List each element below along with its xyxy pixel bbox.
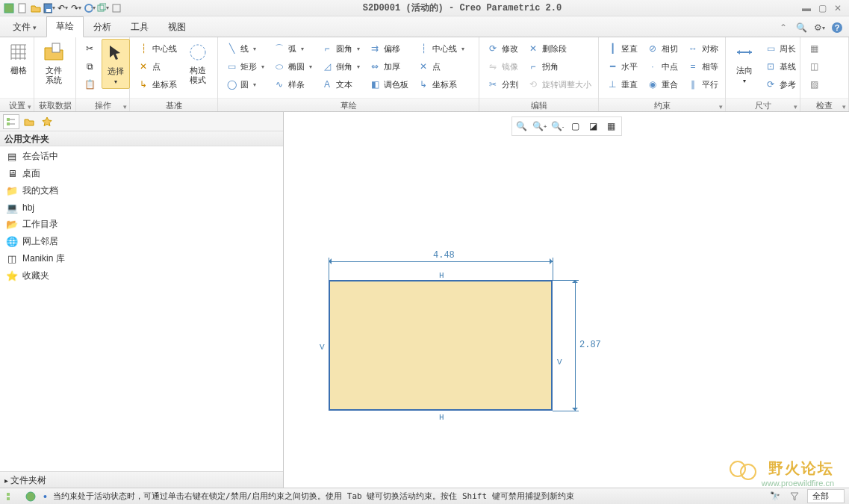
chamfer-button[interactable]: ◿倒角▾ [318,58,363,75]
line-button[interactable]: ╲线▾ [223,40,267,57]
sidebar-item-in-session[interactable]: ▤在会话中 [0,148,283,165]
sidebar-item-my-docs[interactable]: 📁我的文档 [0,182,283,199]
sidebar-item-working-dir[interactable]: 📂工作目录 [0,216,283,233]
point2-button[interactable]: ✕点 [414,58,467,75]
baseline-button[interactable]: ⊡基线 [762,58,799,75]
new-icon[interactable] [16,2,28,14]
redo-icon[interactable]: ↷▾ [70,2,82,14]
zoom-fit-icon[interactable]: 🔍 [514,119,530,134]
find-icon[interactable]: 🔭 [768,491,782,503]
select-button[interactable]: 选择▾ [102,39,130,89]
spline-button[interactable]: ∿样条 [270,76,315,93]
file-system-button[interactable]: 文件 系统 [39,39,69,87]
undo-icon[interactable]: ↶▾ [57,2,69,14]
modify-button[interactable]: ⟳修改 [484,40,521,57]
dim-height[interactable] [575,280,576,411]
dim-width-value[interactable]: 4.48 [433,250,455,261]
perimeter-button[interactable]: ▭周长 [762,40,799,57]
normal-dim-button[interactable]: 法向▾ [730,39,759,87]
circle-button[interactable]: ◯圆▾ [223,76,267,93]
inspect1-button[interactable]: ▦ [805,40,823,57]
dim-width[interactable] [329,261,553,262]
reference-button[interactable]: ⟳参考 [762,76,799,93]
paste-button[interactable]: 📋 [81,76,99,93]
vertical-button[interactable]: ┃竖直 [603,40,641,57]
tab-sketch[interactable]: 草绘 [46,16,84,37]
grid-button[interactable]: 栅格 [4,39,33,77]
perpendicular-button[interactable]: ⊥垂直 [603,76,641,93]
sidebar-footer[interactable]: 文件夹树 [0,471,283,488]
display-style-icon[interactable]: ◪ [585,119,602,134]
sidebar-list: ▤在会话中🖥桌面📁我的文档💻hbj📂工作目录🌐网上邻居◫Manikin 库⭐收藏… [0,146,283,471]
tab-view[interactable]: 视图 [158,17,196,37]
divide-button[interactable]: ✂分割 [484,76,521,93]
selection-filter[interactable]: 全部 [807,489,845,503]
ellipse-button[interactable]: ⬭椭圆▾ [270,58,315,75]
svg-rect-6 [100,4,106,10]
tangent-button[interactable]: ⊘相切 [644,40,681,57]
sidebar-item-favorites[interactable]: ⭐收藏夹 [0,267,283,284]
corner-button[interactable]: ⌐拐角 [524,58,594,75]
open-icon[interactable] [30,2,42,14]
dim-height-value[interactable]: 2.87 [579,340,601,350]
offset-button[interactable]: ⇉偏移 [366,40,411,57]
repaint-icon[interactable]: ▢ [567,119,584,134]
rect-button[interactable]: ▭矩形▾ [223,58,267,75]
status-tree-icon[interactable] [4,491,18,503]
grid-toggle-icon[interactable]: ▦ [603,119,620,134]
inspect2-button[interactable]: ◫ [805,58,823,75]
group-inspect: ▦ ◫ ▨ 检查▾ [800,37,849,111]
windows-icon[interactable]: ▾ [97,2,109,14]
settings-icon[interactable]: ⚙▾ [813,22,825,34]
app-icon[interactable] [3,2,15,14]
copy-button[interactable]: ⧉ [81,58,99,75]
datum-csys-button[interactable]: ↳坐标系 [134,76,180,93]
close-icon[interactable]: ✕ [834,3,842,13]
text-button[interactable]: A文本 [318,76,363,93]
horizontal-button[interactable]: ━水平 [603,58,641,75]
sidebar-tab-fav[interactable] [39,114,55,129]
delete-seg-button[interactable]: ✕删除段 [524,40,594,57]
canvas[interactable]: 🔍 🔍+ 🔍- ▢ ◪ ▦ 4.48 2.87 H H V V [284,112,849,488]
sidebar-item-manikin[interactable]: ◫Manikin 库 [0,250,283,267]
regenerate-icon[interactable]: ▾ [84,2,96,14]
sidebar-item-network[interactable]: 🌐网上邻居 [0,233,283,250]
mirror-button[interactable]: ⇋镜像 [484,58,521,75]
arc-button[interactable]: ⌒弧▾ [270,40,315,57]
parallel-button[interactable]: ∥平行 [684,76,721,93]
coincident-button[interactable]: ◉重合 [644,76,681,93]
tab-tools[interactable]: 工具 [121,17,158,37]
sidebar-item-hbj[interactable]: 💻hbj [0,199,283,216]
sidebar-tab-tree[interactable] [3,114,19,129]
zoom-out-icon[interactable]: 🔍- [550,119,566,134]
save-icon[interactable]: ▾ [43,2,55,14]
centerline2-button[interactable]: ┆中心线▾ [414,40,467,57]
close-win-icon[interactable] [111,2,122,14]
sketch-rectangle[interactable] [329,280,553,411]
coord2-button[interactable]: ↳坐标系 [414,76,467,93]
datum-point-button[interactable]: ✕点 [134,58,180,75]
minimize-ribbon-icon[interactable]: ⌃ [777,22,789,34]
minimize-icon[interactable]: ▬ [802,3,811,13]
sidebar-tab-folders[interactable] [21,114,37,129]
rotate-resize-button[interactable]: ⟲旋转调整大小 [524,76,594,93]
construct-mode-button[interactable]: 构造 模式 [183,39,213,87]
filter-icon[interactable] [788,491,801,503]
maximize-icon[interactable]: ▢ [818,3,827,13]
thicken-button[interactable]: ⇔加厚 [366,58,411,75]
cut-button[interactable]: ✂ [81,40,99,57]
equal-button[interactable]: =相等 [684,58,721,75]
status-browser-icon[interactable] [24,491,37,503]
help-icon[interactable]: ? [831,22,843,34]
tab-file[interactable]: 文件 [3,17,46,37]
palette-button[interactable]: ◧调色板 [366,76,411,93]
inspect3-button[interactable]: ▨ [805,76,823,93]
midpoint-button[interactable]: ·中点 [644,58,681,75]
centerline-button[interactable]: ┆中心线 [134,40,180,57]
sidebar-item-desktop[interactable]: 🖥桌面 [0,165,283,182]
fillet-button[interactable]: ⌐圆角▾ [318,40,363,57]
zoom-in-icon[interactable]: 🔍+ [532,119,548,134]
search-icon[interactable]: 🔍 [795,22,807,34]
symmetric-button[interactable]: ↔对称 [684,40,721,57]
tab-analysis[interactable]: 分析 [84,17,121,37]
